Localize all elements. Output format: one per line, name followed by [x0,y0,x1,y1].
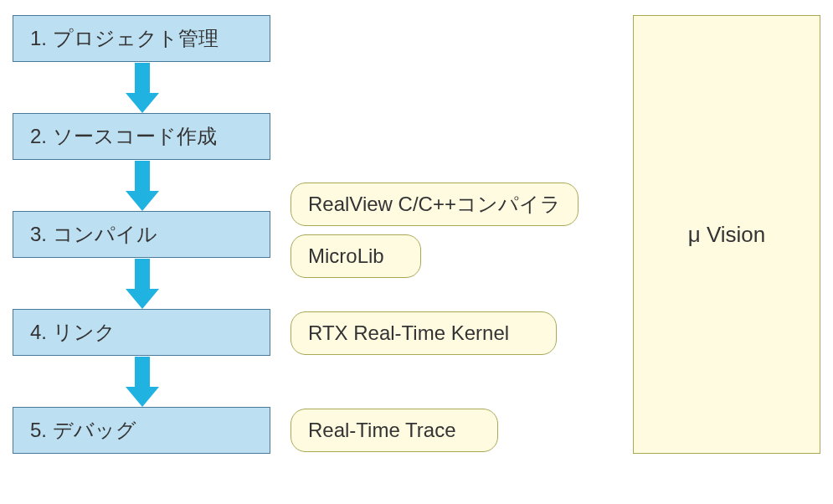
component-label-trace: Real-Time Trace [308,419,455,442]
component-box-microlib: MicroLib [291,234,421,278]
step-box-5: 5. デバッグ [13,407,270,454]
ide-box: μ Vision [633,15,820,454]
step-label-5: 5. デバッグ [30,417,136,444]
component-label-realview: RealView C/C++コンパイラ [308,191,561,218]
arrow-4 [127,357,157,407]
step-box-3: 3. コンパイル [13,211,270,258]
component-label-microlib: MicroLib [308,244,384,268]
component-box-rtx: RTX Real-Time Kernel [291,311,557,355]
ide-label: μ Vision [688,222,766,248]
step-box-2: 2. ソースコード作成 [13,113,270,160]
component-box-realview: RealView C/C++コンパイラ [291,183,578,226]
step-label-3: 3. コンパイル [30,221,157,248]
component-label-rtx: RTX Real-Time Kernel [308,321,509,345]
arrow-1 [127,63,157,113]
arrow-2 [127,161,157,211]
step-box-1: 1. プロジェクト管理 [13,15,270,62]
step-label-2: 2. ソースコード作成 [30,123,217,150]
step-label-4: 4. リンク [30,319,116,346]
step-box-4: 4. リンク [13,309,270,356]
arrow-3 [127,259,157,309]
component-box-trace: Real-Time Trace [291,409,498,452]
step-label-1: 1. プロジェクト管理 [30,25,219,52]
